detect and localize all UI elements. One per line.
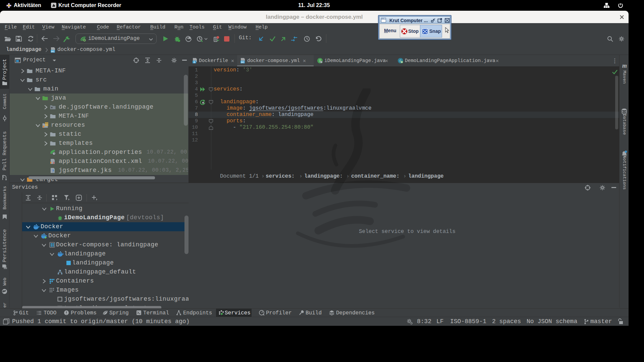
- svg-text:?: ?: [52, 169, 54, 173]
- svg-text:DC: DC: [51, 50, 54, 53]
- svg-text:DC: DC: [241, 61, 244, 63]
- svg-text:D: D: [194, 61, 195, 63]
